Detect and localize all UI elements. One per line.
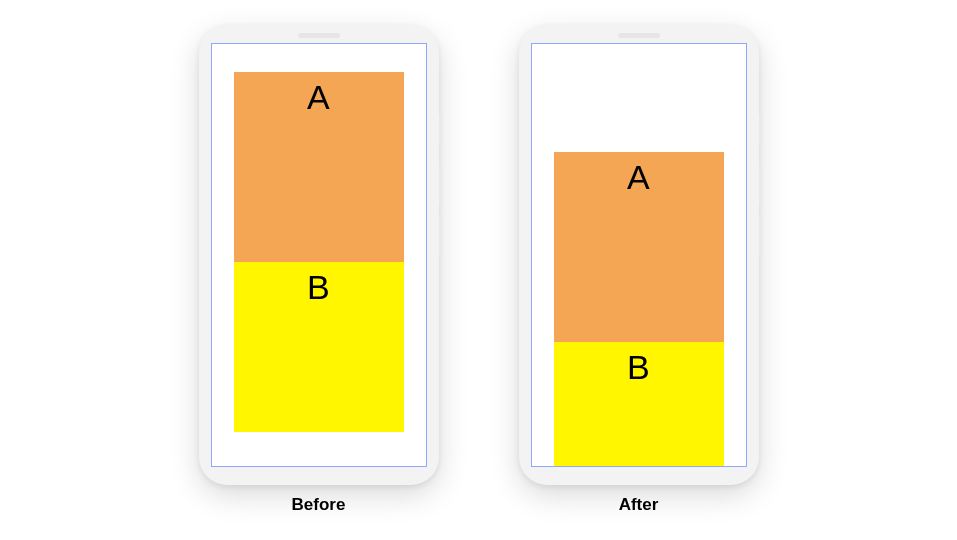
phone-side-button bbox=[439, 165, 442, 205]
block-a: A bbox=[234, 72, 404, 262]
phone-side-button bbox=[759, 165, 762, 205]
diagram-stage: A B Before A B After bbox=[199, 25, 759, 515]
phone-screen: A B bbox=[211, 43, 427, 467]
phone-unit-after: A B After bbox=[519, 25, 759, 515]
phone-side-button bbox=[439, 215, 442, 255]
phone-speaker bbox=[618, 33, 660, 38]
block-b: B bbox=[234, 262, 404, 432]
phone-screen: A B bbox=[531, 43, 747, 467]
phone-speaker bbox=[298, 33, 340, 38]
phone-side-button bbox=[759, 115, 762, 143]
phone-label: After bbox=[619, 495, 659, 515]
phone-side-button bbox=[759, 215, 762, 255]
phone-frame: A B bbox=[519, 25, 759, 485]
phone-frame: A B bbox=[199, 25, 439, 485]
phone-side-button bbox=[439, 115, 442, 143]
block-b: B bbox=[554, 342, 724, 467]
phone-unit-before: A B Before bbox=[199, 25, 439, 515]
phone-label: Before bbox=[292, 495, 346, 515]
block-a: A bbox=[554, 152, 724, 342]
